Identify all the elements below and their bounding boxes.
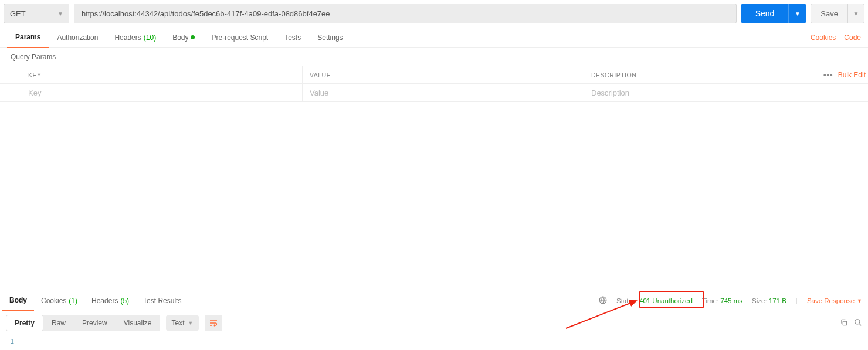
status-value: 401 Unauthorized <box>639 297 693 304</box>
value-input[interactable]: Value <box>303 84 584 101</box>
time-value: 745 ms <box>720 297 742 304</box>
language-select[interactable]: Text ▼ <box>166 315 199 331</box>
save-response-button[interactable]: Save Response▼ <box>807 297 862 304</box>
response-tabs: Body Cookies(1) Headers(5) Test Results … <box>0 290 868 311</box>
visualize-button[interactable]: Visualize <box>116 315 160 331</box>
size-value: 171 B <box>769 297 786 304</box>
response-body[interactable]: 1 <box>0 335 868 350</box>
chevron-down-icon: ▼ <box>795 11 801 17</box>
resp-tab-body[interactable]: Body <box>2 290 34 311</box>
description-input[interactable]: Description <box>584 84 821 101</box>
col-description: DESCRIPTION <box>584 66 821 83</box>
table-row[interactable]: Key Value Description <box>0 84 868 101</box>
wrap-lines-button[interactable] <box>205 315 222 331</box>
key-input[interactable]: Key <box>21 84 303 101</box>
copy-icon[interactable] <box>840 318 848 328</box>
tab-headers[interactable]: Headers(10) <box>106 27 164 48</box>
code-link[interactable]: Code <box>844 33 861 42</box>
method-value: GET <box>10 9 26 18</box>
method-select[interactable]: GET ▼ <box>4 4 69 23</box>
more-icon[interactable]: ••• <box>823 70 833 79</box>
tab-body[interactable]: Body <box>164 27 203 48</box>
raw-button[interactable]: Raw <box>43 315 74 331</box>
chevron-down-icon: ▼ <box>188 320 194 326</box>
chevron-down-icon: ▼ <box>57 11 63 17</box>
url-input[interactable] <box>74 4 737 23</box>
svg-point-2 <box>855 319 860 324</box>
chevron-down-icon: ▼ <box>857 298 862 304</box>
status-block: Status: 401 Unauthorized <box>616 297 693 304</box>
tab-params[interactable]: Params <box>7 27 49 48</box>
bulk-edit-link[interactable]: Bulk Edit <box>838 71 866 79</box>
cookies-link[interactable]: Cookies <box>811 33 836 42</box>
size-block: Size: 171 B <box>752 297 786 304</box>
save-dropdown[interactable]: ▼ <box>848 4 864 23</box>
preview-button[interactable]: Preview <box>74 315 116 331</box>
tab-settings[interactable]: Settings <box>309 27 351 48</box>
resp-tab-headers[interactable]: Headers(5) <box>84 290 136 311</box>
search-icon[interactable] <box>854 318 862 328</box>
svg-rect-1 <box>843 321 846 325</box>
col-value: VALUE <box>303 66 584 83</box>
line-number: 1 <box>0 338 21 345</box>
send-button[interactable]: Send <box>741 4 789 23</box>
pretty-button[interactable]: Pretty <box>6 315 43 331</box>
col-key: KEY <box>21 66 303 83</box>
dot-icon <box>191 35 195 39</box>
save-button[interactable]: Save <box>811 4 848 23</box>
globe-icon[interactable] <box>599 296 607 306</box>
time-block: Time: 745 ms <box>702 297 742 304</box>
query-params-label: Query Params <box>0 48 868 66</box>
resp-tab-testresults[interactable]: Test Results <box>136 290 188 311</box>
view-mode-group: Pretty Raw Preview Visualize <box>6 315 160 331</box>
tab-prerequest[interactable]: Pre-request Script <box>203 27 276 48</box>
send-dropdown[interactable]: ▼ <box>788 4 806 23</box>
resp-tab-cookies[interactable]: Cookies(1) <box>34 290 84 311</box>
tab-authorization[interactable]: Authorization <box>49 27 106 48</box>
request-tabs: Params Authorization Headers(10) Body Pr… <box>0 27 868 48</box>
params-table: KEY VALUE DESCRIPTION ••• Bulk Edit Key … <box>0 66 868 102</box>
chevron-down-icon: ▼ <box>853 11 859 17</box>
tab-tests[interactable]: Tests <box>276 27 309 48</box>
